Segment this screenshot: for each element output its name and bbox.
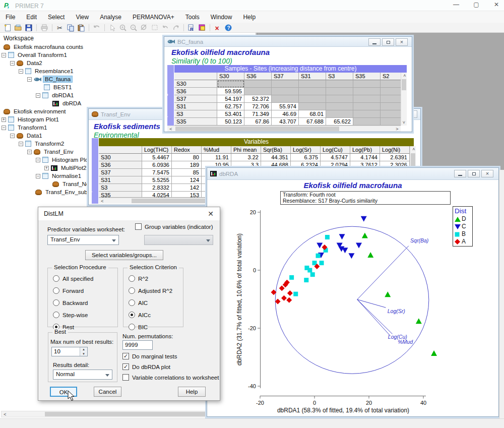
collapse-icon[interactable]: − xyxy=(27,150,32,154)
collapse-icon[interactable]: − xyxy=(36,158,40,162)
table-cell[interactable]: 62.757 xyxy=(217,103,244,110)
table-cell[interactable] xyxy=(353,88,381,95)
column-header[interactable]: Redox xyxy=(172,146,202,154)
help-button[interactable]: Help xyxy=(178,387,206,397)
tree-item-label[interactable]: Ekofisk macrofauna counts xyxy=(12,44,85,50)
table-cell[interactable]: 80 xyxy=(172,154,202,161)
table-cell[interactable] xyxy=(326,95,353,103)
scroll-thumb[interactable] xyxy=(45,412,231,416)
column-header[interactable]: %Mud xyxy=(202,146,231,154)
collapse-icon[interactable]: − xyxy=(36,174,40,178)
table-cell[interactable]: 3.22 xyxy=(231,154,261,161)
spinner-up-icon[interactable]: ▲ xyxy=(80,347,87,352)
table-cell[interactable]: 67.86 xyxy=(244,118,272,126)
tree-item-label[interactable]: dbRDA xyxy=(61,100,83,106)
table-cell[interactable]: 65.622 xyxy=(326,118,353,126)
column-header[interactable]: Log(THC) xyxy=(142,146,172,154)
criterion-radio-adjusted-r-2[interactable]: Adjusted R^2 xyxy=(129,287,172,294)
tree-item-label[interactable]: Transform2 xyxy=(33,141,66,147)
table-cell[interactable] xyxy=(244,80,272,88)
table-cell[interactable]: 5.5255 xyxy=(142,176,172,184)
table-cell[interactable]: 124 xyxy=(172,176,202,184)
criterion-radio-bic[interactable]: BIC xyxy=(129,324,148,330)
column-header[interactable]: Log(Cu) xyxy=(321,146,350,154)
bc-fauna-table[interactable]: S30S36S37S31S3S35S2S30S3659.595S3754.197… xyxy=(174,73,403,126)
table-cell[interactable] xyxy=(381,110,403,118)
table-cell[interactable]: 59.595 xyxy=(217,88,244,95)
tree-item-label[interactable]: Transform1 xyxy=(16,125,48,131)
tree-item-label[interactable]: Data1 xyxy=(25,133,44,139)
window-close-button[interactable]: × xyxy=(396,38,408,46)
table-cell[interactable]: 6.375 xyxy=(291,154,321,161)
table-cell[interactable]: 50.123 xyxy=(217,118,244,126)
window-minimize-button[interactable] xyxy=(454,170,466,177)
max-best-results-spinner[interactable]: 10 ▲▼ xyxy=(51,347,88,356)
collapse-icon[interactable]: − xyxy=(36,93,40,98)
mdi-vscrollbar[interactable] xyxy=(499,170,504,418)
table-cell[interactable] xyxy=(353,80,381,88)
collapse-icon[interactable]: − xyxy=(2,53,6,57)
table-cell[interactable] xyxy=(326,88,353,95)
column-header[interactable]: Log(Ni) xyxy=(380,146,410,154)
criterion-radio-aicc[interactable]: AICc xyxy=(129,312,151,318)
window-minimize-button[interactable] xyxy=(368,38,381,46)
column-header[interactable]: S36 xyxy=(244,73,272,80)
table-cell[interactable]: 2.6391 xyxy=(380,154,410,161)
column-header[interactable]: Log(Pb) xyxy=(350,146,380,154)
group-variables-checkbox[interactable]: Group variables (indicator) xyxy=(135,223,213,230)
table-cell[interactable]: 189 xyxy=(172,161,202,169)
column-header[interactable]: S31 xyxy=(299,73,326,80)
row-header[interactable]: S31 xyxy=(99,176,142,184)
table-cell[interactable]: 7.5475 xyxy=(142,169,172,176)
table-cell[interactable] xyxy=(272,80,299,88)
table-cell[interactable]: 52.372 xyxy=(244,95,272,103)
row-header[interactable]: S30 xyxy=(174,80,217,88)
row-header[interactable]: S3 xyxy=(174,110,217,118)
menu-tools[interactable]: Tools xyxy=(180,12,205,23)
menu-analyse[interactable]: Analyse xyxy=(94,12,127,23)
tree-item-label[interactable]: Data2 xyxy=(25,60,44,66)
scroll-thumb[interactable] xyxy=(411,153,415,167)
table-cell[interactable] xyxy=(381,80,403,88)
table-cell[interactable]: 4.1744 xyxy=(350,154,380,161)
menu-file[interactable]: File xyxy=(0,12,21,23)
table-cell[interactable] xyxy=(381,88,403,95)
table-cell[interactable] xyxy=(244,88,272,95)
tree-item-label[interactable]: BC_fauna xyxy=(43,76,72,82)
table-cell[interactable]: 2.8332 xyxy=(142,184,172,192)
table-cell[interactable] xyxy=(299,88,326,95)
menu-permanova-[interactable]: PERMANOVA+ xyxy=(127,12,180,23)
column-header[interactable]: S35 xyxy=(353,73,381,80)
table-cell[interactable]: 53.401 xyxy=(217,110,244,118)
table-cell[interactable]: 6.0936 xyxy=(142,161,172,169)
table-cell[interactable]: 4.5747 xyxy=(321,154,350,161)
legend-item-b[interactable]: B xyxy=(455,230,471,237)
table-cell[interactable] xyxy=(353,118,381,126)
tree-item-label[interactable]: dbRDA1 xyxy=(50,92,75,98)
window-restore-button[interactable] xyxy=(468,170,480,177)
column-header[interactable]: Sqr(Ba) xyxy=(261,146,291,154)
legend-item-c[interactable]: C xyxy=(455,222,471,230)
scroll-left-icon[interactable]: < xyxy=(2,412,9,417)
menu-help[interactable]: Help xyxy=(237,12,261,23)
table-cell[interactable] xyxy=(326,80,353,88)
table-cell[interactable] xyxy=(381,103,403,110)
table-cell[interactable] xyxy=(353,103,381,110)
table-cell[interactable]: 46.69 xyxy=(272,110,299,118)
table-cell[interactable]: 44.351 xyxy=(261,154,291,161)
column-header[interactable]: S37 xyxy=(272,73,299,80)
table-cell[interactable]: 43.707 xyxy=(272,118,299,126)
scroll-thumb[interactable] xyxy=(402,79,406,90)
collapse-icon[interactable]: − xyxy=(27,77,32,82)
table-cell[interactable] xyxy=(326,103,353,110)
scroll-right-icon[interactable]: > xyxy=(394,127,401,132)
scroll-thumb[interactable] xyxy=(175,127,339,131)
table-cell[interactable]: 54.197 xyxy=(217,95,244,103)
table-cell[interactable]: 5.4467 xyxy=(142,154,172,161)
highlight-icon[interactable] xyxy=(198,23,207,32)
collapse-icon[interactable]: − xyxy=(10,134,15,138)
tree-item-label[interactable]: Ekofisk environment xyxy=(12,108,68,114)
row-header[interactable]: S37 xyxy=(99,169,142,176)
scroll-up-icon[interactable]: ˄ xyxy=(401,73,408,79)
column-header[interactable]: S2 xyxy=(381,73,403,80)
